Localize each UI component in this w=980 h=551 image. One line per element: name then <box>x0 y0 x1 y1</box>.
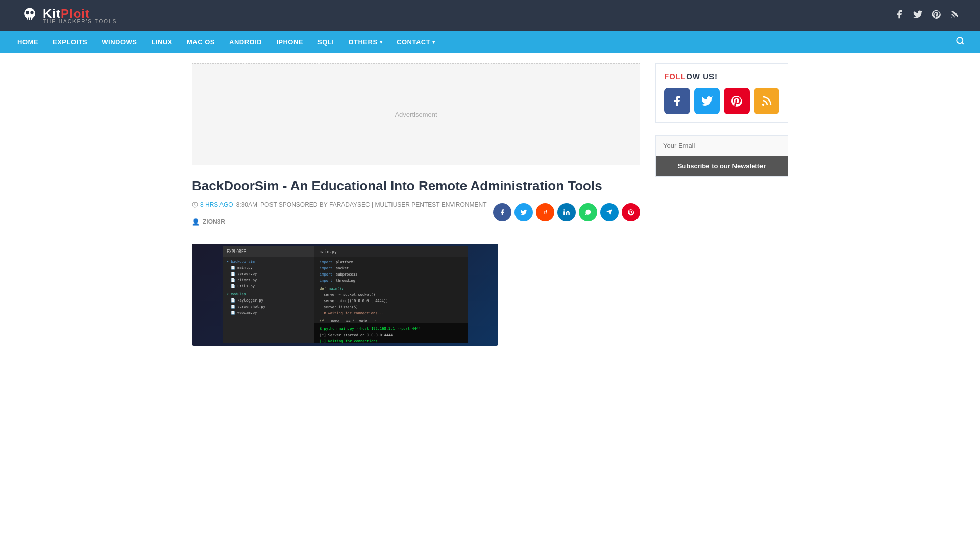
nav-others-dropdown[interactable]: OTHERS ▾ <box>341 31 389 53</box>
sidebar-rss-button[interactable] <box>754 88 780 114</box>
svg-text:server.bind(('0.0.0.0', 4444)): server.bind(('0.0.0.0', 4444)) <box>324 299 388 303</box>
follow-us-section: FOLLOW US! <box>655 63 788 123</box>
newsletter-subscribe-button[interactable]: Subscribe to our Newsletter <box>656 156 788 176</box>
share-twitter-button[interactable] <box>514 203 533 221</box>
svg-text:platform: platform <box>336 260 353 264</box>
header-pinterest-link[interactable] <box>931 9 941 22</box>
nav-search-button[interactable] <box>950 36 970 48</box>
nav-linux[interactable]: LINUX <box>144 31 180 53</box>
skull-icon <box>20 6 39 24</box>
contact-chevron-down-icon: ▾ <box>432 39 435 45</box>
sidebar-facebook-button[interactable] <box>664 88 690 114</box>
svg-text:import: import <box>320 266 332 270</box>
svg-point-2 <box>30 11 33 14</box>
svg-text:main.py: main.py <box>320 249 337 254</box>
svg-text:if: if <box>320 319 324 323</box>
svg-text:subprocess: subprocess <box>336 272 357 277</box>
svg-text:[+] Waiting for connections...: [+] Waiting for connections... <box>320 339 384 343</box>
svg-text:📄 utils.py: 📄 utils.py <box>231 284 255 288</box>
newsletter-email-input[interactable] <box>656 136 788 156</box>
svg-point-1 <box>26 11 29 14</box>
article: BackDoorSim - An Educational Into Remote… <box>192 178 640 346</box>
site-body: Advertisement BackDoorSim - An Education… <box>184 53 796 356</box>
article-meta: 8 HRS AGO 8:30AM POST SPONSORED BY FARAD… <box>192 201 486 234</box>
header-social-links <box>894 9 960 22</box>
newsletter-section: Subscribe to our Newsletter <box>655 135 788 177</box>
clock-icon <box>192 202 198 208</box>
svg-text:socket: socket <box>336 266 349 270</box>
svg-text:$ python main.py --host 192.16: $ python main.py --host 192.168.1.1 --po… <box>320 327 421 331</box>
svg-text:server = socket.socket(): server = socket.socket() <box>324 293 375 297</box>
site-logo[interactable]: KitPloit The Hacker's Tools <box>20 6 117 24</box>
article-time-link[interactable]: 8 HRS AGO <box>200 201 233 208</box>
terminal-svg: EXPLORER ▾ backdoorsim 📄 main.py 📄 serve… <box>223 246 468 343</box>
share-linkedin-button[interactable] <box>557 203 576 221</box>
article-sponsored: POST SPONSORED BY FARADAYSEC | MULTIUSER… <box>260 201 486 208</box>
article-meta-time-row: 8 HRS AGO 8:30AM POST SPONSORED BY FARAD… <box>192 201 486 208</box>
svg-text:📄 webcam.py: 📄 webcam.py <box>231 310 257 315</box>
share-buttons: r/ <box>493 203 640 221</box>
article-screenshot: EXPLORER ▾ backdoorsim 📄 main.py 📄 serve… <box>192 244 498 346</box>
logo-tagline: The Hacker's Tools <box>43 19 117 24</box>
sidebar-pinterest-button[interactable] <box>724 88 750 114</box>
svg-point-6 <box>951 17 952 18</box>
share-telegram-button[interactable] <box>600 203 619 221</box>
sidebar: FOLLOW US! Subscribe to our Newsle <box>655 63 788 346</box>
svg-text:📄 main.py: 📄 main.py <box>231 265 253 270</box>
article-author: ZION3R <box>203 218 225 226</box>
share-pinterest-button[interactable] <box>622 203 640 221</box>
nav-android[interactable]: ANDROID <box>222 31 269 53</box>
nav-iphone[interactable]: IPHONE <box>269 31 310 53</box>
nav-macos[interactable]: MAC OS <box>180 31 222 53</box>
nav-sqli[interactable]: SQLI <box>310 31 341 53</box>
svg-text:server.listen(5): server.listen(5) <box>324 305 358 309</box>
svg-marker-12 <box>606 209 612 215</box>
article-author-row: 👤 ZION3R <box>192 218 486 226</box>
header-rss-link[interactable] <box>949 9 960 22</box>
svg-text:▾ backdoorsim: ▾ backdoorsim <box>227 260 255 264</box>
svg-text:▾ modules: ▾ modules <box>227 292 246 296</box>
nav-contact-dropdown[interactable]: CONTACT ▾ <box>389 31 443 53</box>
svg-point-7 <box>957 37 963 43</box>
svg-rect-26 <box>314 246 468 257</box>
share-reddit-button[interactable]: r/ <box>536 203 554 221</box>
svg-text:threading: threading <box>336 279 355 283</box>
svg-text:import: import <box>320 272 332 277</box>
author-icon: 👤 <box>192 218 200 226</box>
svg-point-50 <box>763 104 764 105</box>
header-twitter-link[interactable] <box>913 9 923 22</box>
site-header: KitPloit The Hacker's Tools <box>0 0 980 31</box>
svg-text:📄 server.py: 📄 server.py <box>231 271 257 276</box>
svg-text:import: import <box>320 279 332 283</box>
follow-us-title: FOLLOW US! <box>664 72 779 81</box>
article-title: BackDoorSim - An Educational Into Remote… <box>192 178 640 195</box>
svg-text:📄 client.py: 📄 client.py <box>231 278 257 282</box>
svg-text:[*] Server started on 0.0.0.0:: [*] Server started on 0.0.0.0:4444 <box>320 333 393 337</box>
svg-rect-3 <box>27 17 33 20</box>
nav-exploits[interactable]: EXPLOITS <box>45 31 94 53</box>
article-time-ago: 8 HRS AGO <box>192 201 233 208</box>
share-whatsapp-button[interactable] <box>579 203 597 221</box>
nav-windows[interactable]: WINDOWS <box>94 31 144 53</box>
svg-line-8 <box>962 42 963 44</box>
sidebar-twitter-button[interactable] <box>694 88 720 114</box>
main-content: Advertisement BackDoorSim - An Education… <box>192 63 640 346</box>
svg-rect-5 <box>30 18 31 20</box>
article-time-exact: 8:30AM <box>236 201 257 208</box>
svg-text:# waiting for connections...: # waiting for connections... <box>324 311 384 315</box>
header-facebook-link[interactable] <box>894 9 904 22</box>
sidebar-social-icons <box>664 88 779 114</box>
main-nav: HOME EXPLOITS WINDOWS LINUX MAC OS ANDRO… <box>0 31 980 53</box>
svg-text:import: import <box>320 260 332 264</box>
logo-text: KitPloit <box>43 7 90 20</box>
svg-point-10 <box>564 209 565 210</box>
article-meta-share-row: 8 HRS AGO 8:30AM POST SPONSORED BY FARAD… <box>192 201 640 234</box>
svg-text:def: def <box>320 287 326 291</box>
svg-rect-4 <box>28 18 29 20</box>
share-facebook-button[interactable] <box>493 203 511 221</box>
terminal-image: EXPLORER ▾ backdoorsim 📄 main.py 📄 serve… <box>192 244 498 346</box>
svg-text:📄 screenshot.py: 📄 screenshot.py <box>231 304 265 309</box>
others-chevron-down-icon: ▾ <box>380 39 383 45</box>
nav-home[interactable]: HOME <box>10 31 45 53</box>
svg-text:EXPLORER: EXPLORER <box>227 249 247 254</box>
